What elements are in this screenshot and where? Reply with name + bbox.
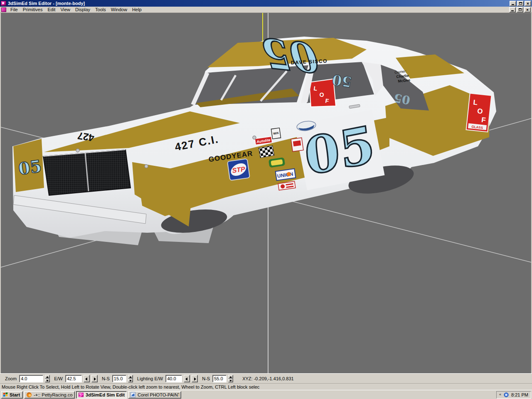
decal-checkered-flag	[259, 145, 274, 158]
decal-wix: WIX	[271, 128, 281, 139]
menu-primitives[interactable]: Primitives	[20, 7, 45, 12]
lighting-ns-label: N-S	[202, 376, 210, 381]
app-window: 3dSimEd Sim Editor - [monte-body] × File…	[0, 0, 532, 399]
ns-input[interactable]	[112, 375, 126, 382]
scene: L O F 50 05 05 05 05	[1, 13, 531, 373]
ew-left-button[interactable]	[84, 375, 90, 382]
mdi-close-icon: ×	[526, 8, 529, 12]
taskbar-item-corel[interactable]: Corel PHOTO-PAINT 12	[128, 391, 181, 399]
xyz-coordinates: XYZ: -0.209,-1.416,0.831	[242, 376, 294, 381]
taskbar-item-3dsimed[interactable]: 3dSimEd Sim Editor - ...	[76, 391, 127, 399]
document-icon[interactable]	[1, 7, 6, 12]
spin-down-icon[interactable]	[128, 379, 133, 382]
menu-tools[interactable]: Tools	[93, 7, 108, 12]
lof-glass-decal-rear: L O F GLASS	[466, 94, 492, 132]
mdi-minimize-icon	[511, 10, 514, 11]
title-bar: 3dSimEd Sim Editor - [monte-body] ×	[0, 0, 532, 7]
minimize-icon	[512, 4, 514, 5]
mdi-close-button[interactable]: ×	[524, 7, 531, 12]
start-label: Start	[10, 392, 20, 397]
menu-edit[interactable]: Edit	[45, 7, 58, 12]
start-button[interactable]: Start	[1, 391, 23, 399]
restore-button[interactable]	[517, 1, 524, 6]
menu-file[interactable]: File	[8, 7, 20, 12]
spin-up-icon[interactable]	[228, 375, 233, 379]
menu-window[interactable]: Window	[108, 7, 130, 12]
mdi-minimize-button[interactable]	[509, 7, 516, 12]
glass-number-mirrored: 50	[331, 71, 352, 91]
lighting-ew-left-button[interactable]	[184, 375, 190, 382]
taskbar-item-label: 3dSimEd Sim Editor - ...	[86, 392, 125, 397]
view-control-bar: Zoom E/W N-S Lighting E/W N-S XYZ: -0.20…	[0, 373, 532, 383]
zoom-spinner[interactable]	[45, 375, 50, 382]
stp-decal: STP	[227, 159, 250, 180]
system-tray: « 8:21 PM	[496, 391, 531, 399]
app-icon	[1, 1, 6, 6]
windows-flag-icon	[2, 392, 8, 398]
spin-down-icon[interactable]	[228, 379, 233, 382]
zoom-input[interactable]	[19, 375, 43, 382]
restore-icon	[519, 2, 522, 5]
farside-number-through-glass: 05	[393, 91, 411, 107]
taskbar-item-label: Corel PHOTO-PAINT 12	[138, 392, 179, 397]
menu-view[interactable]: View	[58, 7, 73, 12]
hood-pin-1	[76, 149, 79, 152]
browser-icon	[26, 392, 32, 398]
lighting-ew-input[interactable]	[165, 375, 182, 382]
window-title: 3dSimEd Sim Editor - [monte-body]	[8, 1, 510, 6]
decal-red-box	[291, 138, 303, 151]
mdi-restore-icon	[519, 8, 522, 11]
tray-app-icon[interactable]	[503, 392, 509, 398]
lighting-ns-spinner[interactable]	[228, 375, 233, 382]
status-message: Mouse Right Click To Select, Hold Left t…	[2, 384, 259, 389]
menu-help[interactable]: Help	[130, 7, 144, 12]
taskbar-item-pettyracing[interactable]: -+:: PettyRacing.com™ ...	[24, 391, 75, 399]
ns-spinner[interactable]	[128, 375, 133, 382]
zoom-label: Zoom	[5, 376, 17, 381]
close-button[interactable]: ×	[525, 1, 531, 6]
nose-number: 05	[17, 156, 43, 178]
ew-input[interactable]	[65, 375, 82, 382]
tray-clock[interactable]: 8:21 PM	[511, 392, 528, 397]
minimize-button[interactable]	[510, 1, 516, 6]
menu-display[interactable]: Display	[73, 7, 93, 12]
corel-photopaint-icon	[130, 392, 136, 398]
status-bar: Mouse Right Click To Select, Hold Left t…	[0, 383, 532, 390]
hood-pin-2	[145, 165, 148, 168]
windows-taskbar: Start -+:: PettyRacing.com™ ... 3dSimEd …	[0, 390, 532, 399]
spin-up-icon[interactable]	[45, 375, 50, 379]
ns-label: N-S	[102, 376, 110, 381]
car-model[interactable]: L O F 50 05 05 05 05	[12, 28, 496, 245]
spin-down-icon[interactable]	[45, 379, 50, 382]
taskbar-item-label: -+:: PettyRacing.com™ ...	[34, 392, 73, 397]
menu-bar: File Primitives Edit View Display Tools …	[0, 7, 532, 13]
lof-o: O	[477, 107, 483, 116]
close-icon: ×	[527, 2, 529, 5]
mdi-restore-button[interactable]	[517, 7, 523, 12]
tray-collapse-icon[interactable]: «	[499, 393, 501, 397]
lighting-ew-label: Lighting E/W	[137, 376, 163, 381]
3d-viewport[interactable]: L O F 50 05 05 05 05	[0, 13, 532, 373]
lighting-ns-input[interactable]	[212, 375, 227, 382]
hood-pin-3	[253, 136, 256, 139]
lof-f: F	[481, 116, 486, 124]
lighting-ew-right-button[interactable]	[192, 375, 198, 382]
spin-up-icon[interactable]	[128, 375, 133, 379]
ew-right-button[interactable]	[91, 375, 98, 382]
ew-label: E/W	[54, 376, 63, 381]
lof-l: L	[473, 99, 478, 107]
3dsimed-icon	[78, 392, 84, 398]
